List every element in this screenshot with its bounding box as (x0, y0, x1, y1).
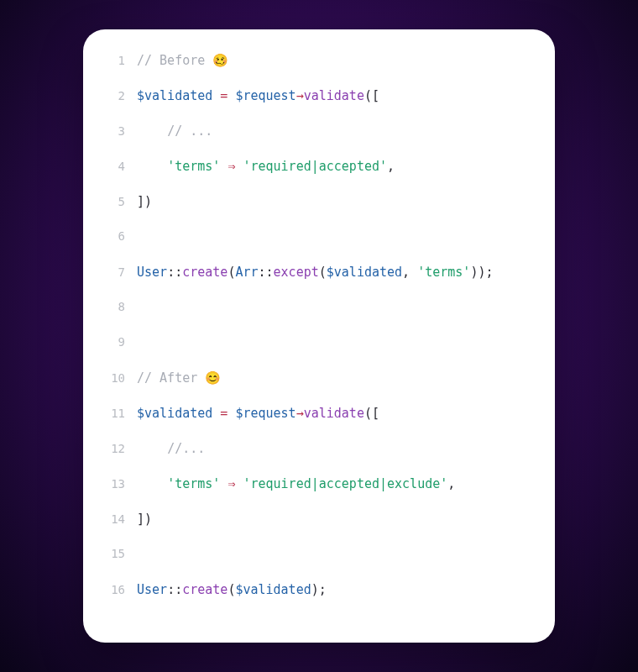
code-content: ]) (137, 194, 152, 209)
code-line: 2$validated = $request→validate([ (100, 88, 535, 123)
line-number: 13 (100, 477, 125, 491)
code-content: $validated = $request→validate([ (137, 88, 379, 103)
code-token: User (137, 265, 167, 280)
code-content: // After 😊 (137, 370, 221, 386)
code-content: $validated = $request→validate([ (137, 406, 379, 421)
line-number: 5 (100, 195, 125, 208)
code-token: //... (167, 441, 205, 456)
code-token: ([ (364, 406, 379, 421)
code-line: 1// Before 🥴 (100, 53, 535, 88)
code-token: :: (167, 265, 182, 280)
code-content: 'terms' ⇒ 'required|accepted', (137, 159, 395, 174)
code-line: 16User::create($validated); (100, 582, 535, 617)
line-number: 10 (100, 371, 125, 385)
code-token (137, 159, 167, 174)
code-token: validate (304, 406, 364, 421)
code-token: 'required|accepted|exclude' (243, 476, 447, 491)
code-line: 10// After 😊 (100, 370, 535, 406)
line-number: 9 (100, 335, 125, 349)
code-line: 9 (100, 335, 535, 370)
code-token (137, 123, 167, 139)
line-number: 11 (100, 407, 125, 420)
line-number: 7 (100, 265, 125, 279)
code-token: , (387, 159, 395, 174)
line-number: 14 (100, 512, 125, 526)
line-number: 2 (100, 89, 125, 102)
code-content: User::create(Arr::except($validated, 'te… (137, 265, 493, 280)
line-number: 1 (100, 54, 125, 67)
code-content: //... (137, 441, 205, 456)
code-token (212, 406, 220, 421)
code-token: :: (259, 265, 274, 280)
code-line: 5]) (100, 194, 535, 229)
code-line: 15 (100, 547, 535, 582)
code-token: $validated (137, 88, 212, 103)
code-token: 'required|accepted' (243, 159, 387, 174)
code-token (137, 441, 167, 456)
code-token: User (137, 582, 167, 597)
code-token: // Before (137, 53, 212, 68)
code-token: $validated (137, 406, 212, 421)
code-line: 11$validated = $request→validate([ (100, 406, 535, 441)
code-token: )); (470, 265, 493, 280)
code-line: 7User::create(Arr::except($validated, 't… (100, 265, 535, 300)
code-token: → (296, 406, 304, 421)
line-number: 15 (100, 547, 125, 560)
code-token: $request (235, 88, 295, 103)
code-token: // After (137, 370, 205, 386)
code-token: // ... (167, 123, 212, 139)
code-token: → (296, 88, 304, 103)
code-token: 'terms' (167, 159, 220, 174)
code-token: $validated (327, 265, 402, 280)
code-line: 8 (100, 300, 535, 335)
code-token: create (182, 582, 227, 597)
code-content: // Before 🥴 (137, 53, 228, 68)
code-token: ( (319, 265, 327, 280)
code-content: // ... (137, 123, 212, 139)
code-content: User::create($validated); (137, 582, 327, 597)
code-token: except (274, 265, 319, 280)
code-token: 'terms' (167, 476, 220, 491)
line-number: 12 (100, 442, 125, 455)
code-token: ]) (137, 512, 152, 527)
code-block: 1// Before 🥴2$validated = $request→valid… (100, 53, 535, 617)
code-content: 'terms' ⇒ 'required|accepted|exclude', (137, 476, 455, 491)
code-token: 😊 (205, 370, 221, 386)
code-token: ); (311, 582, 327, 597)
code-token: 'terms' (417, 265, 470, 280)
code-token: create (182, 265, 227, 280)
code-token: $validated (235, 582, 311, 597)
code-line: 4 'terms' ⇒ 'required|accepted', (100, 159, 535, 194)
code-line: 14]) (100, 512, 535, 547)
code-token: $request (235, 406, 295, 421)
code-token: ([ (364, 88, 379, 103)
code-token: 🥴 (212, 53, 228, 68)
code-card: 1// Before 🥴2$validated = $request→valid… (83, 29, 555, 643)
code-line: 6 (100, 229, 535, 265)
code-token (212, 88, 220, 103)
code-token (137, 476, 167, 491)
code-line: 3 // ... (100, 123, 535, 159)
line-number: 8 (100, 300, 125, 313)
code-token: validate (304, 88, 364, 103)
line-number: 6 (100, 229, 125, 243)
code-line: 12 //... (100, 441, 535, 476)
code-token: , (447, 476, 455, 491)
code-token: , (402, 265, 417, 280)
code-token: :: (167, 582, 182, 597)
code-content: ]) (137, 512, 152, 527)
line-number: 16 (100, 583, 125, 596)
code-token: Arr (235, 265, 258, 280)
code-token: ]) (137, 194, 152, 209)
code-line: 13 'terms' ⇒ 'required|accepted|exclude'… (100, 476, 535, 512)
line-number: 4 (100, 160, 125, 173)
line-number: 3 (100, 124, 125, 138)
